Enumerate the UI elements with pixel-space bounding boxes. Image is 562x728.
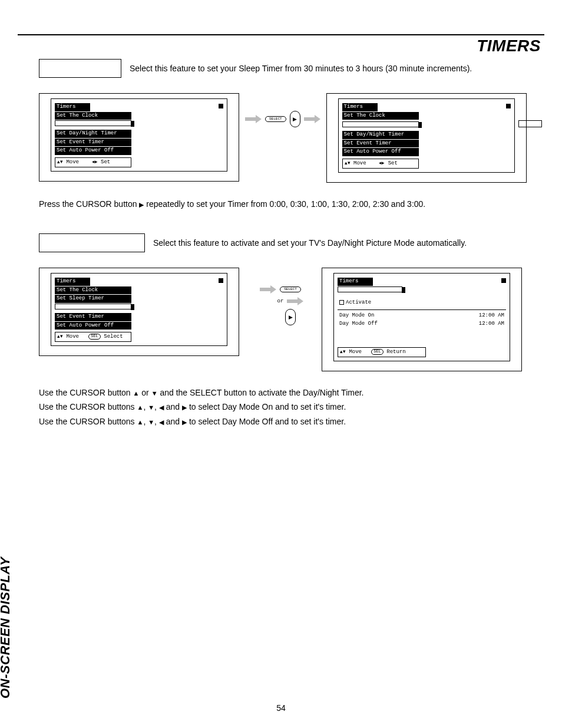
daynight-instruction-3: Use the CURSOR buttons ▲, ▼, ◀ and ▶ to …: [39, 416, 541, 427]
osd-title: Timers: [55, 278, 90, 286]
osd-footer: ▴▾ Move SEL Return: [338, 347, 426, 357]
right-triangle-icon: ▶: [182, 404, 187, 411]
value-box: [518, 120, 542, 127]
select-button-icon: SELECT: [265, 116, 286, 122]
osd-item-selected: [55, 304, 131, 309]
up-triangle-icon: ▲: [137, 419, 144, 426]
cursor-right-button-icon: ▶: [290, 111, 300, 127]
right-caret-icon: [131, 121, 134, 127]
sleep-instruction: Press the CURSOR button ▶ repeatedly to …: [39, 198, 541, 210]
daynight-instruction-2: Use the CURSOR buttons ▲, ▼, ◀ and ▶ to …: [39, 401, 541, 413]
arrow-right-icon: [287, 297, 303, 305]
osd-daynight-right-frame: Timers Activate Day Mode On12:00 AM Day …: [322, 268, 522, 371]
arrow-right-icon: [260, 285, 276, 294]
left-triangle-icon: ◀: [159, 404, 164, 411]
feature-sleep-desc: Select this feature to set your Sleep Ti…: [130, 64, 541, 73]
leftright-icon: ◂▸: [379, 160, 385, 166]
up-triangle-icon: ▲: [137, 404, 144, 411]
day-mode-on-row: Day Mode On12:00 AM: [338, 312, 506, 320]
updown-icon: ▴▾: [345, 160, 351, 166]
checkbox-icon: [339, 300, 344, 305]
down-triangle-icon: ▼: [148, 404, 154, 411]
down-triangle-icon: ▼: [151, 390, 158, 397]
osd-item: Set The Clock: [342, 112, 419, 120]
osd-sleep-right: Timers Set The Clock Set Day/Night Timer…: [338, 98, 515, 173]
sel-pill-icon: SEL: [371, 349, 384, 355]
osd-item: Set Event Timer: [55, 313, 131, 321]
select-button-icon: SELECT: [280, 286, 301, 292]
osd-sleep-right-frame: Timers Set The Clock Set Day/Night Timer…: [326, 93, 527, 183]
transition-controls: SELECT: [260, 285, 301, 294]
osd-item: Set The Clock: [55, 112, 131, 120]
osd-item: Set Event Timer: [342, 140, 419, 148]
right-caret-icon: [418, 122, 422, 128]
osd-title: Timers: [338, 278, 373, 286]
page-title: TIMERS: [477, 37, 541, 55]
updown-icon: ▴▾: [57, 159, 63, 164]
or-text: or: [277, 298, 284, 304]
feature-daynight-box: [39, 233, 145, 252]
feature-daynight-desc: Select this feature to activate and set …: [153, 238, 541, 248]
osd-item: Set Auto Power Off: [342, 148, 419, 156]
osd-footer: ▴▾ Move ◂▸ Set: [55, 157, 131, 167]
updown-icon: ▴▾: [57, 333, 63, 339]
day-mode-off-row: Day Mode Off12:00 AM: [338, 320, 506, 328]
osd-title: Timers: [55, 103, 90, 111]
osd-item-selected: [338, 286, 402, 292]
feature-sleep-box: [39, 59, 121, 78]
arrow-right-icon: [304, 115, 320, 123]
rule-top: [18, 34, 544, 35]
daynight-instruction-1: Use the CURSOR button ▲ or ▼ and the SEL…: [39, 387, 541, 398]
osd-item: Set Auto Power Off: [55, 147, 131, 155]
activate-row: Activate: [338, 298, 506, 308]
osd-title: Timers: [342, 103, 378, 111]
osd-item: Set Sleep Timer: [55, 295, 131, 303]
tab-icon: [501, 278, 506, 283]
leftright-icon: ◂▸: [92, 159, 98, 164]
updown-icon: ▴▾: [340, 348, 346, 354]
osd-footer: ▴▾ Move SEL Select: [55, 332, 131, 342]
osd-daynight-right: Timers Activate Day Mode On12:00 AM Day …: [333, 273, 510, 361]
osd-item: Set The Clock: [55, 286, 131, 295]
osd-item: Set Event Timer: [55, 139, 131, 147]
osd-item: Set Day/Night Timer: [55, 130, 131, 138]
tab-icon: [506, 104, 511, 108]
sel-pill-icon: SEL: [88, 334, 101, 340]
osd-item: Set Auto Power Off: [55, 322, 131, 330]
osd-item: Set Day/Night Timer: [342, 131, 419, 139]
osd-daynight-left-frame: Timers Set The Clock Set Sleep Timer Set…: [39, 268, 239, 356]
transition-controls: SELECT ▶: [245, 111, 320, 127]
osd-sleep-left: Timers Set The Clock Set Day/Night Timer…: [51, 98, 227, 172]
right-caret-icon: [402, 287, 405, 293]
right-caret-icon: [131, 304, 134, 310]
up-triangle-icon: ▲: [133, 390, 140, 397]
tab-icon: [219, 104, 223, 108]
tab-icon: [219, 278, 223, 283]
osd-daynight-left: Timers Set The Clock Set Sleep Timer Set…: [51, 273, 227, 346]
page-number: 54: [0, 703, 562, 713]
left-triangle-icon: ◀: [159, 419, 164, 426]
arrow-right-icon: [245, 115, 262, 123]
osd-item-selected: [55, 120, 131, 126]
sidebar-label: ON-SCREEN DISPLAY: [0, 557, 13, 699]
cursor-right-button-icon: ▶: [285, 309, 296, 325]
osd-item-selected: [342, 121, 419, 127]
osd-footer: ▴▾ Move ◂▸ Set: [342, 159, 419, 169]
right-triangle-icon: ▶: [182, 419, 187, 426]
down-triangle-icon: ▼: [148, 419, 154, 426]
osd-sleep-left-frame: Timers Set The Clock Set Day/Night Timer…: [39, 93, 239, 182]
